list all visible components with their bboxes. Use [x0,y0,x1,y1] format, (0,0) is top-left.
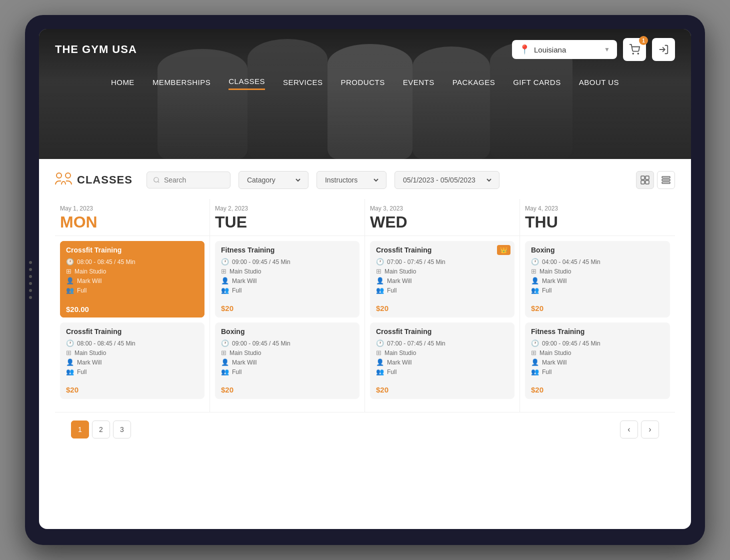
cart-button[interactable]: 1 [623,38,646,61]
class-status: 👥 Full [221,286,354,294]
class-price: $20 [60,382,204,399]
grid-view-button[interactable] [636,171,654,189]
class-price: $20 [525,382,670,399]
nav-packages[interactable]: PACKAGES [452,78,495,90]
classes-header: CLASSES Catagory Instructors [55,171,675,189]
class-time: 🕐 07:00 - 07:45 / 45 Min [376,340,508,347]
class-status: 👥 Full [221,368,354,376]
search-filter[interactable] [146,172,230,188]
svg-point-3 [56,173,62,178]
person-icon: 👤 [221,277,229,284]
class-name: Crossfit Training [376,246,508,254]
nav-home[interactable]: HOME [111,78,134,90]
class-name: Boxing [221,328,354,336]
class-time: 🕐 08:00 - 08:45 / 45 Min [66,258,198,266]
nav-classes[interactable]: CLASSES [228,77,265,90]
day-column-tue: May 2, 2023 TUE Fitness Training 🕐 09:00… [210,199,365,412]
class-card[interactable]: Fitness Training 🕐 09:00 - 09:45 / 45 Mi… [525,322,670,399]
prev-page-button[interactable]: ‹ [620,420,638,438]
login-button[interactable] [652,38,675,61]
clock-icon: 🕐 [221,340,229,347]
logo: THE GYM USA [55,43,137,56]
class-price: $20.00 [60,301,204,318]
class-card[interactable]: Crossfit Training 🕐 08:00 - 08:45 / 45 M… [60,322,204,399]
svg-rect-9 [646,180,649,184]
nav-events[interactable]: EVENTS [403,78,434,90]
class-time: 🕐 04:00 - 04:45 / 45 Min [531,258,664,266]
top-bar-right: 📍 Louisiana ▼ 1 [512,38,675,61]
person-icon: 👤 [66,358,74,366]
person-icon: 👤 [376,358,384,366]
nav-memberships[interactable]: MEMBERSHIPS [152,78,210,90]
day-date-tue: May 2, 2023 [215,205,360,212]
location-selector[interactable]: 📍 Louisiana ▼ [512,40,617,59]
class-card-wrapper: Fitness Training 🕐 09:00 - 09:45 / 45 Mi… [525,322,670,399]
classes-title-group: CLASSES [55,172,132,189]
day-date-wed: May 3, 2023 [370,205,514,212]
class-status: 👥 Full [66,286,198,294]
nav-gift-cards[interactable]: GIFT CARDS [513,78,561,90]
class-location: ⊞ Main Studio [376,268,508,275]
view-toggles [636,171,675,189]
studio-icon: ⊞ [376,349,382,356]
clock-icon: 🕐 [66,258,74,266]
next-page-button[interactable]: › [641,420,659,438]
svg-rect-7 [646,176,649,180]
class-card[interactable]: Boxing 🕐 09:00 - 09:45 / 45 Min ⊞ Main S… [215,322,360,399]
class-time: 🕐 09:00 - 09:45 / 45 Min [221,258,354,266]
hero-section: THE GYM USA 📍 Louisiana ▼ 1 [39,29,691,159]
nav-services[interactable]: SERVICES [283,78,323,90]
date-range-select[interactable]: 05/1/2023 - 05/05/2023 [401,176,493,184]
person-icon: 👤 [66,277,74,284]
classes-title: CLASSES [77,174,132,186]
class-instructor: 👤 Mark Will [531,277,664,284]
svg-rect-6 [641,176,644,180]
clock-icon: 🕐 [376,258,384,266]
nav-products[interactable]: PRODUCTS [341,78,385,90]
day-date-mon: May 1, 2023 [60,205,204,212]
person-icon: 👤 [531,358,539,366]
class-card[interactable]: Fitness Training 🕐 09:00 - 09:45 / 45 Mi… [215,241,360,318]
page-button-2[interactable]: 2 [92,420,110,438]
class-time: 🕐 07:00 - 07:45 / 45 Min [376,258,508,266]
day-header-mon: May 1, 2023 MON [55,199,210,236]
page-button-3[interactable]: 3 [113,420,131,438]
list-view-button[interactable] [657,171,675,189]
class-card[interactable]: Crossfit Training 🕐 07:00 - 07:45 / 45 M… [370,241,514,318]
class-card[interactable]: Boxing 🕐 04:00 - 04:45 / 45 Min ⊞ Main S… [525,241,670,318]
class-price: $20 [525,301,670,318]
group-icon: 👥 [66,368,74,376]
search-input[interactable] [164,176,224,184]
date-range-filter[interactable]: 05/1/2023 - 05/05/2023 [394,171,500,189]
class-card[interactable]: Crossfit Training 🕐 08:00 - 08:45 / 45 M… [60,241,204,318]
page-button-1[interactable]: 1 [71,420,89,438]
class-card[interactable]: Crossfit Training 🕐 07:00 - 07:45 / 45 M… [370,322,514,399]
category-filter[interactable]: Catagory [238,171,308,189]
class-status: 👥 Full [376,368,508,376]
group-icon: 👥 [531,286,539,294]
day-column-mon: May 1, 2023 MON Crossfit Training 🕐 [55,199,210,412]
instructors-select[interactable]: Instructors [323,176,380,184]
pagination-row: 1 2 3 ‹ › [55,412,675,446]
instructors-filter[interactable]: Instructors [316,171,386,189]
day-name-mon: MON [60,213,204,232]
svg-rect-11 [662,180,670,181]
svg-point-5 [154,178,158,182]
clock-icon: 🕐 [376,340,384,347]
nav-about-us[interactable]: ABOUT US [579,78,619,90]
class-instructor: 👤 Mark Will [376,277,508,284]
class-name: Crossfit Training [66,328,198,336]
studio-icon: ⊞ [221,349,226,356]
studio-icon: ⊞ [531,268,536,275]
studio-icon: ⊞ [66,268,72,275]
class-name: Fitness Training [221,246,354,254]
class-instructor: 👤 Mark Will [376,358,508,366]
search-icon [153,176,160,184]
svg-point-0 [632,53,634,54]
class-instructor: 👤 Mark Will [66,358,198,366]
class-name: Crossfit Training [376,328,508,336]
category-select[interactable]: Catagory [245,176,302,184]
clock-icon: 🕐 [531,340,539,347]
group-icon: 👥 [221,286,229,294]
class-time: 🕐 08:00 - 08:45 / 45 Min [66,340,198,347]
